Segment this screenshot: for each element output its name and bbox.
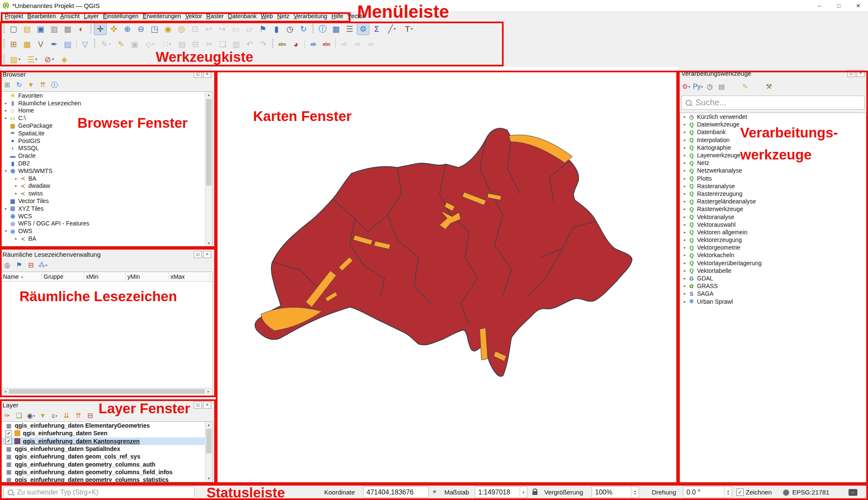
rotation-spinbox[interactable]: 0.0 ° ▲▼	[683, 486, 732, 498]
expand-arrow-icon[interactable]: ▸	[3, 101, 9, 105]
new-geopackage-layer-icon[interactable]: ▦	[21, 38, 33, 50]
expand-arrow-icon[interactable]: ▸	[3, 116, 9, 120]
collapse-all-icon[interactable]: ⇈	[37, 80, 48, 91]
bookmarks-column-header[interactable]: xMin	[84, 272, 126, 281]
processing-toolbox-icon[interactable]: ⚙	[357, 22, 369, 35]
zoom-to-bookmark-icon[interactable]: ◎	[2, 260, 13, 271]
expand-arrow-icon[interactable]: ▸	[13, 176, 19, 181]
processing-category[interactable]: ▸ S SAGA	[680, 290, 866, 297]
python-scripts-icon[interactable]: Py	[692, 81, 703, 92]
select-by-location-icon[interactable]: ◈	[58, 53, 71, 66]
move-label-icon[interactable]: ab	[338, 38, 350, 50]
float-panel-button[interactable]: ◱	[194, 251, 202, 258]
zoom-to-selection-icon[interactable]: ◉	[162, 22, 174, 35]
expand-arrow-icon[interactable]: ▸	[682, 153, 688, 157]
zoom-out-icon[interactable]: ⊖	[135, 22, 147, 35]
refresh-browser-icon[interactable]: ↻	[14, 80, 25, 91]
processing-category[interactable]: ▸ ✼ Urban Sprawl	[680, 298, 866, 305]
float-panel-button[interactable]: ◱	[194, 71, 202, 78]
new-scratch-layer-icon[interactable]: ▽	[79, 38, 91, 50]
select-features-icon[interactable]: ▧	[7, 53, 23, 66]
processing-category[interactable]: ▸ Q Vektorkacheln	[680, 251, 866, 259]
zoom-to-layer-icon[interactable]: ◎	[175, 22, 188, 35]
scroll-up-icon[interactable]: ▲	[205, 92, 212, 98]
menu-item[interactable]: Vector	[345, 12, 366, 20]
locator-search-input[interactable]: Zu suchender Typ (Strg+K)	[3, 486, 195, 498]
expand-arrow-icon[interactable]: ▸	[682, 168, 688, 173]
browser-item[interactable]: ▸ ≺ BA	[1, 175, 212, 182]
collapse-all-layers-icon[interactable]: ⇈	[73, 410, 84, 421]
expand-arrow-icon[interactable]: ▸	[682, 115, 688, 119]
layer-styling-icon[interactable]: ✑	[2, 410, 13, 421]
toolbar-grip[interactable]	[3, 39, 6, 49]
menu-item[interactable]: Vektor	[183, 12, 204, 20]
toolbar-separator[interactable]	[335, 39, 336, 49]
bookmarks-column-header[interactable]: yMin	[126, 272, 169, 281]
browser-item[interactable]: ▸ ⌂ Home	[1, 107, 212, 115]
spinner-arrows-icon[interactable]: ▲▼	[631, 487, 639, 497]
processing-category[interactable]: ▸ ◷ Kürzlich verwendet	[680, 113, 866, 121]
mouse-extent-icon[interactable]: ⌖	[433, 488, 437, 496]
processing-category[interactable]: ▸ Q Rastererzeugung	[680, 190, 866, 198]
layer-item[interactable]: ▦ qgis_einfuehrung_daten geom_cols_ref_s…	[1, 453, 212, 460]
layer-checkbox[interactable]: ✓	[6, 430, 12, 437]
new-3d-map-view-icon[interactable]: ▱	[243, 22, 256, 35]
add-bookmark-icon[interactable]: ⚑	[14, 260, 25, 271]
browser-item[interactable]: ▾ ◉ WMS/WMTS	[1, 167, 212, 175]
layer-item[interactable]: ▦ qgis_einfuehrung_daten geometry_column…	[1, 468, 212, 476]
new-shapefile-layer-icon[interactable]: ✒	[48, 38, 61, 50]
new-map-view-icon[interactable]: ▭	[229, 22, 242, 35]
modify-attributes-icon[interactable]: ▤	[176, 38, 188, 50]
close-panel-button[interactable]: ✕	[203, 401, 211, 409]
expand-arrow-icon[interactable]: ▸	[682, 215, 688, 219]
close-panel-button[interactable]: ✕	[203, 251, 211, 258]
layout-manager-icon[interactable]: ▦	[61, 22, 74, 35]
zoom-native-icon[interactable]: ⊡	[189, 22, 201, 35]
processing-options-icon[interactable]: ⚒	[763, 81, 774, 92]
toolbar-separator[interactable]	[752, 81, 763, 92]
menu-item[interactable]: Projekt	[3, 12, 25, 20]
scale-combo[interactable]: 1:1497018 ▾	[475, 486, 527, 498]
menu-item[interactable]: Einstellungen	[101, 12, 141, 20]
expand-arrow-icon[interactable]: ▸	[682, 207, 688, 211]
expand-arrow-icon[interactable]: ▸	[13, 236, 19, 241]
toolbar-grip[interactable]	[3, 24, 6, 34]
style-manager-icon[interactable]: ◐	[75, 22, 88, 35]
toggle-editing-icon[interactable]: ✎	[115, 38, 127, 50]
processing-category[interactable]: ▸ Q Netzwerkanalyse	[680, 167, 866, 174]
toolbar-grip[interactable]	[93, 39, 96, 49]
expand-arrow-icon[interactable]: ▸	[682, 291, 688, 296]
deselect-features-icon[interactable]: ⊘	[41, 53, 57, 66]
pan-map-icon[interactable]: ✛	[94, 22, 107, 35]
bookmarks-column-header[interactable]: Gruppe	[42, 272, 84, 281]
expand-arrow-icon[interactable]: ▸	[13, 184, 19, 188]
properties-widget-icon[interactable]: Ⓘ	[49, 80, 60, 91]
layer-item[interactable]: ▦ qgis_einfuehrung_daten geometry_column…	[1, 476, 212, 482]
save-layer-edits-icon[interactable]: ▣	[128, 38, 141, 50]
processing-category[interactable]: ▸ Q Layerwerkzeuge	[680, 151, 866, 159]
layer-checkbox[interactable]: ✓	[6, 438, 12, 444]
bookmarks-hscrollbar[interactable]: ◂ ▸	[2, 388, 212, 395]
layer-labeling-icon[interactable]: abc	[276, 38, 289, 50]
browser-item[interactable]: ▸ ▦ XYZ Tiles	[1, 205, 212, 212]
browser-item[interactable]: ● PostGIS	[1, 137, 212, 145]
layer-item[interactable]: ▦ qgis_einfuehrung_daten geometry_column…	[1, 460, 212, 468]
add-feature-icon[interactable]: ◇	[142, 38, 158, 50]
browser-item[interactable]: ▸ ≺ swiss	[1, 190, 212, 197]
scroll-down-icon[interactable]: ▼	[205, 240, 212, 247]
expand-arrow-icon[interactable]: ▸	[682, 192, 688, 196]
map-canvas[interactable]	[214, 67, 679, 484]
identify-features-icon[interactable]: Ⓘ	[316, 22, 329, 35]
menu-item[interactable]: Verarbeitung	[292, 12, 329, 20]
menu-item[interactable]: Web	[259, 12, 275, 20]
history-icon[interactable]: ◷	[704, 81, 715, 92]
toolbar-grip[interactable]	[3, 54, 6, 64]
pin-labels-icon[interactable]: ab	[307, 38, 320, 50]
attribute-table-icon[interactable]: ▦	[330, 22, 342, 35]
edit-in-place-icon[interactable]: ✎	[740, 81, 751, 92]
processing-category[interactable]: ▸ Q Rasterwerkzeuge	[680, 205, 866, 213]
results-viewer-icon[interactable]: ▤	[716, 81, 727, 92]
processing-category[interactable]: ▸ Q Rastergeländeanalyse	[680, 198, 866, 205]
expand-arrow-icon[interactable]: ▸	[682, 223, 688, 227]
processing-category[interactable]: ▸ ✿ GRASS	[680, 282, 866, 290]
